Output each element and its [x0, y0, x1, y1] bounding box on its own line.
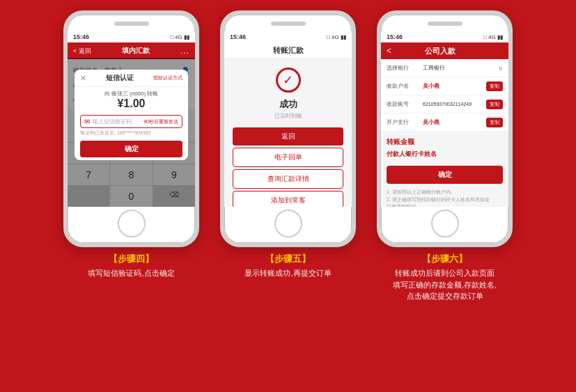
phone5-success-sub: 已实时到账 — [224, 112, 352, 125]
phone4-statusbar: 15:46 □ 4G ▮▮ — [68, 31, 195, 42]
phone4-hint: 验证码已发送至: 186*****904389 — [75, 128, 188, 138]
phone5-checkmark-icon: ✓ — [276, 68, 301, 93]
phone6-title: 公司入款 — [425, 46, 456, 56]
phone6-confirm-btn[interactable]: 确定 — [387, 166, 503, 184]
phone6-row-payee: 收款户名 吴小燕 复制 — [381, 77, 508, 95]
phone4-sms-placeholder[interactable]: 输入短信验证码 — [93, 118, 141, 125]
step6-label: 【步骤六】 转账成功后请到公司入款页面填写正确的存款金额,存款姓名,点击确定提交… — [393, 253, 497, 302]
phone5-addto-btn[interactable]: 添加到常客 — [233, 191, 343, 207]
phone6-value-branch: 吴小燕 — [423, 118, 486, 126]
phone4-sms-send-btn[interactable]: 90秒后重新发送 — [143, 118, 178, 125]
phone6-note-1: 1. 请按照以上正确银行账户内。 — [387, 189, 503, 196]
phone4-transfer-to: 向 账张三 (0000) 转账 — [77, 90, 185, 97]
phone4-modal: ✕ 短信认证 指纹认证方式 向 账张三 (0000) 转账 ¥1.00 ✉ 输入… — [75, 70, 188, 160]
phone4-sms-input-row: ✉ 输入短信验证码 90秒后重新发送 — [80, 115, 182, 128]
phone4-screen: 15:46 □ 4G ▮▮ < 返回 填内汇款 ... 收款姓名 收款人 — [68, 31, 195, 207]
step5-title: 【步骤五】 — [244, 253, 331, 265]
phone6-copy-payee[interactable]: 复制 — [486, 81, 503, 91]
phone5-screen: 15:46 □ 4G ▮▮ 转账汇款 ✓ 成功 已实时到账 返回 电子回单 查询… — [224, 31, 352, 207]
step5-label: 【步骤五】 显示转账成功,再提交订单 — [244, 253, 331, 279]
phone5-container: 15:46 □ 4G ▮▮ 转账汇款 ✓ 成功 已实时到账 返回 电子回单 查询… — [220, 10, 356, 279]
phone5-query-btn[interactable]: 查询汇款详情 — [233, 169, 343, 189]
phone6-label-branch: 开户支行 — [387, 118, 423, 126]
phone6-chevron-bank[interactable]: ∨ — [498, 64, 503, 72]
phone4-modal-alt-link[interactable]: 指纹认证方式 — [153, 75, 182, 81]
phone4-more[interactable]: ... — [180, 46, 189, 56]
phone6-value-bank: 工商银行 — [423, 64, 498, 72]
phone6-form: 选择银行 工商银行 ∨ 收款户名 吴小燕 复制 收款账号 62105937003… — [381, 59, 508, 132]
step4-desc: 填写短信验证码,点击确定 — [88, 267, 174, 279]
phone6-statusbar: 15:46 □ 4G ▮▮ — [381, 31, 508, 42]
phone6-row-account: 收款账号 621059370032114249 复制 — [381, 95, 508, 113]
phone4: 15:46 □ 4G ▮▮ < 返回 填内汇款 ... 收款姓名 收款人 — [63, 10, 199, 247]
phones-row: 15:46 □ 4G ▮▮ < 返回 填内汇款 ... 收款姓名 收款人 — [14, 10, 562, 302]
phone4-back[interactable]: < 返回 — [73, 47, 91, 56]
phone5-receipt-btn[interactable]: 电子回单 — [233, 148, 343, 167]
phone5-success-icon-area: ✓ — [224, 59, 352, 95]
phone4-signal: □ 4G ▮▮ — [170, 34, 189, 40]
phone6-value-account: 621059370032114249 — [423, 102, 486, 107]
phone6-time: 15:46 — [387, 33, 403, 40]
phone6-amount-label: 转账金额 — [381, 132, 508, 148]
phone4-container: 15:46 □ 4G ▮▮ < 返回 填内汇款 ... 收款姓名 收款人 — [63, 10, 199, 279]
step5-desc: 显示转账成功,再提交订单 — [244, 267, 331, 279]
step6-title: 【步骤六】 — [393, 253, 497, 265]
step6-desc: 转账成功后请到公司入款页面填写正确的存款金额,存款姓名,点击确定提交存款订单 — [393, 267, 497, 302]
phone6-value-payee: 吴小燕 — [423, 82, 486, 90]
phone4-modal-header: ✕ 短信认证 指纹认证方式 — [75, 70, 188, 87]
phone6-signal: □ 4G ▮▮ — [483, 34, 503, 40]
phone6-container: 15:46 □ 4G ▮▮ < 公司入款 选择银行 工商银行 ∨ — [377, 10, 513, 302]
phone6-label-account: 收款账号 — [387, 100, 423, 108]
phone5-success-text: 成功 — [224, 95, 352, 112]
phone6-payee-label: 付款人银行卡姓名 — [381, 148, 508, 163]
phone4-time: 15:46 — [73, 33, 89, 40]
phone6: 15:46 □ 4G ▮▮ < 公司入款 选择银行 工商银行 ∨ — [377, 10, 513, 247]
phone4-header: < 返回 填内汇款 ... — [68, 42, 195, 59]
phone6-note-2: 2. 请正确填写您转到银行的持卡人姓名和充值金 — [387, 196, 503, 204]
phone6-copy-branch[interactable]: 复制 — [486, 118, 503, 127]
phone6-note-3: 以便及时核付。 — [387, 203, 503, 207]
phone5-return-btn[interactable]: 返回 — [233, 127, 343, 146]
phone6-screen: 15:46 □ 4G ▮▮ < 公司入款 选择银行 工商银行 ∨ — [381, 31, 508, 207]
step4-title: 【步骤四】 — [88, 253, 174, 265]
phone6-row-bank: 选择银行 工商银行 ∨ — [381, 59, 508, 77]
phone6-copy-account[interactable]: 复制 — [486, 100, 503, 109]
phone5: 15:46 □ 4G ▮▮ 转账汇款 ✓ 成功 已实时到账 返回 电子回单 查询… — [220, 10, 356, 247]
phone6-label-payee: 收款户名 — [387, 82, 423, 90]
phone5-signal: □ 4G ▮▮ — [327, 34, 346, 40]
phone5-title: 转账汇款 — [273, 45, 304, 56]
phone5-time: 15:46 — [230, 33, 246, 40]
phone4-amount: ¥1.00 — [77, 97, 185, 110]
phone6-row-branch: 开户支行 吴小燕 复制 — [381, 113, 508, 132]
step4-label: 【步骤四】 填写短信验证码,点击确定 — [88, 253, 174, 279]
phone5-statusbar: 15:46 □ 4G ▮▮ — [224, 31, 352, 42]
phone4-modal-title: 短信认证 — [106, 73, 134, 83]
phone6-notes: 1. 请按照以上正确银行账户内。 2. 请正确填写您转到银行的持卡人姓名和充值金… — [381, 187, 508, 207]
phone6-label-bank: 选择银行 — [387, 64, 423, 72]
phone4-modal-amount: 向 账张三 (0000) 转账 ¥1.00 — [75, 87, 188, 113]
phone4-sms-icon: ✉ — [84, 118, 90, 125]
phone4-modal-close[interactable]: ✕ — [80, 74, 86, 83]
phone6-header: < 公司入款 — [381, 42, 508, 59]
phone5-header: 转账汇款 — [224, 42, 352, 59]
phone6-back[interactable]: < — [387, 46, 391, 56]
phone4-confirm-btn[interactable]: 确定 — [80, 141, 182, 157]
phone4-title: 填内汇款 — [122, 46, 150, 56]
